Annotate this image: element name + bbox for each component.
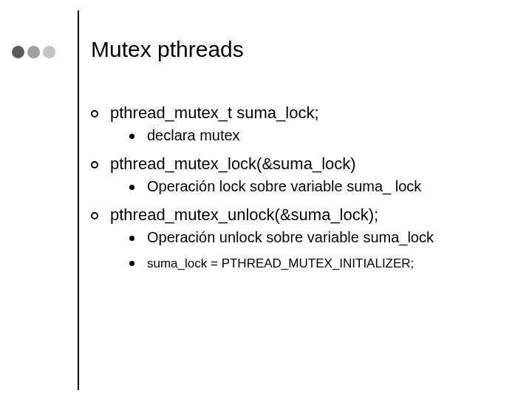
sub-list-item: Operación lock sobre variable suma_ lock (129, 178, 510, 195)
sub-list-item: suma_lock = PTHREAD_MUTEX_INITIALIZER; (129, 256, 510, 271)
ring-bullet-icon (91, 207, 110, 223)
ring-bullet-icon (91, 105, 110, 121)
disc-bullet-icon (129, 229, 147, 246)
dot-icon (12, 46, 24, 58)
slide: Mutex pthreads pthread_mutex_t suma_lock… (0, 0, 532, 399)
disc-bullet-icon (129, 127, 147, 144)
dot-icon (27, 46, 40, 58)
slide-title: Mutex pthreads (91, 37, 244, 62)
disc-bullet-icon (129, 178, 147, 195)
disc-bullet-icon (129, 256, 147, 271)
list-item-text: pthread_mutex_lock(&suma_lock) (110, 154, 356, 174)
list-item: pthread_mutex_t suma_lock; (91, 103, 510, 123)
sub-list-item-text: declara mutex (147, 127, 240, 144)
dot-icon (43, 46, 55, 58)
ring-bullet-icon (91, 156, 110, 172)
sub-list-item-text: Operación unlock sobre variable suma_loc… (147, 229, 434, 246)
vertical-divider (78, 10, 79, 390)
list-item: pthread_mutex_unlock(&suma_lock); (91, 205, 510, 225)
sub-list-item: declara mutex (129, 127, 510, 144)
slide-content: pthread_mutex_t suma_lock; declara mutex… (91, 103, 510, 282)
decorative-dots (12, 46, 55, 58)
sub-list-item-text: suma_lock = PTHREAD_MUTEX_INITIALIZER; (147, 256, 414, 271)
list-item-text: pthread_mutex_unlock(&suma_lock); (110, 205, 378, 225)
list-item: pthread_mutex_lock(&suma_lock) (91, 154, 510, 174)
sub-list-item: Operación unlock sobre variable suma_loc… (129, 229, 510, 246)
sub-list-item-text: Operación lock sobre variable suma_ lock (147, 178, 421, 195)
list-item-text: pthread_mutex_t suma_lock; (110, 103, 319, 123)
